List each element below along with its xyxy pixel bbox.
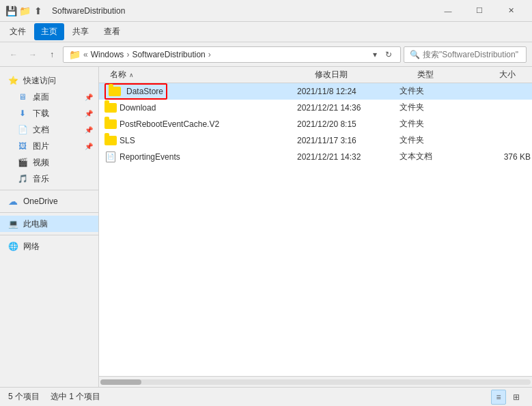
col-header-name[interactable]: 名称 ∧ (104, 68, 309, 82)
folder-icon-title[interactable]: 📁 (19, 5, 30, 16)
file-type-datastore: 文件夹 (400, 85, 481, 97)
folder-icon-postreboot (104, 118, 117, 130)
music-label: 音乐 (33, 173, 93, 185)
pin-icon-documents: 📌 (85, 126, 93, 134)
pictures-label: 图片 (33, 141, 81, 152)
col-header-type[interactable]: 类型 (412, 68, 494, 82)
save-icon[interactable]: 💾 (5, 5, 16, 16)
videos-label: 视频 (33, 157, 93, 169)
forward-button[interactable]: → (25, 46, 41, 63)
folder-icon-download (104, 102, 117, 114)
content-area: 名称 ∧ 修改日期 类型 大小 (99, 67, 532, 387)
view-large-icons-button[interactable]: ⊞ (509, 390, 524, 405)
sidebar-separator2 (0, 212, 98, 213)
address-dropdown-button[interactable]: ▾ (370, 50, 380, 59)
file-date-datastore: 2021/11/8 12:24 (297, 87, 400, 96)
search-icon: 🔍 (410, 50, 420, 59)
item-count: 5 个项目 (8, 391, 40, 403)
minimize-button[interactable]: — (432, 0, 464, 22)
address-refresh-button[interactable]: ↻ (382, 50, 395, 59)
title-bar-icons: 💾 📁 ⬆ (5, 5, 44, 16)
selected-count: 选中 1 个项目 (51, 391, 100, 403)
breadcrumb-sep3: › (208, 50, 211, 59)
up-button[interactable]: ↑ (44, 46, 60, 63)
horizontal-scrollbar[interactable] (99, 376, 532, 387)
folder-icon-sls (104, 134, 117, 147)
sidebar-item-download[interactable]: ⬇ 下载 📌 (0, 105, 98, 121)
title-bar: 💾 📁 ⬆ SoftwareDistribution — ☐ ✕ (0, 0, 532, 22)
close-button[interactable]: ✕ (495, 0, 527, 22)
sidebar-item-pictures[interactable]: 🖼 图片 📌 (0, 138, 98, 154)
pin-icon-download: 📌 (85, 110, 93, 117)
address-bar[interactable]: 📁 « Windows › SoftwareDistribution › ▾ ↻ (63, 46, 401, 63)
file-row-sls[interactable]: SLS 2021/11/17 3:16 文件夹 (99, 132, 532, 149)
documents-icon: 📄 (16, 124, 29, 136)
menu-share[interactable]: 共享 (66, 23, 96, 40)
hscroll-thumb[interactable] (100, 379, 141, 385)
quick-access-label: 快速访问 (23, 75, 93, 87)
sidebar-separator3 (0, 235, 98, 235)
file-name-datastore: DataStore (104, 83, 297, 100)
menu-file[interactable]: 文件 (3, 23, 33, 40)
up-icon-title[interactable]: ⬆ (33, 5, 44, 16)
breadcrumb-windows[interactable]: Windows (91, 50, 124, 59)
file-row-postreboot[interactable]: PostRebootEventCache.V2 2021/12/20 8:15 … (99, 116, 532, 132)
file-date-sls: 2021/11/17 3:16 (297, 136, 400, 145)
thispc-section: 💻 此电脑 (0, 216, 98, 232)
view-controls: ≡ ⊞ (491, 390, 524, 405)
sidebar-item-thispc[interactable]: 💻 此电脑 (0, 216, 98, 232)
col-header-date[interactable]: 修改日期 (309, 68, 412, 82)
pc-icon: 💻 (7, 218, 19, 230)
file-name-sls: SLS (104, 134, 297, 147)
file-size-reportingevents: 376 KB (481, 152, 532, 162)
pictures-icon: 🖼 (16, 140, 29, 152)
file-date-download: 2021/12/21 14:36 (297, 103, 400, 113)
file-type-download: 文件夹 (400, 102, 481, 113)
network-section: 🌐 网络 (0, 238, 98, 255)
search-input[interactable] (423, 50, 525, 59)
menu-view[interactable]: 查看 (97, 23, 127, 40)
onedrive-section: ☁ OneDrive (0, 193, 98, 209)
file-list: DataStore 2021/11/8 12:24 文件夹 Download 2… (99, 83, 532, 376)
column-headers: 名称 ∧ 修改日期 类型 大小 (99, 67, 532, 83)
sidebar-separator1 (0, 190, 98, 190)
network-label: 网络 (23, 241, 93, 252)
breadcrumb: « Windows › SoftwareDistribution › (83, 50, 367, 59)
file-name-reportingevents: 📄 ReportingEvents (104, 151, 297, 163)
sidebar-item-quick-access[interactable]: ⭐ 快速访问 (0, 72, 98, 89)
music-icon: 🎵 (16, 173, 29, 185)
pin-icon-desktop: 📌 (85, 93, 93, 101)
file-name-postreboot: PostRebootEventCache.V2 (104, 118, 297, 130)
sidebar-item-music[interactable]: 🎵 音乐 (0, 171, 98, 187)
view-details-button[interactable]: ≡ (491, 390, 506, 405)
menu-home[interactable]: 主页 (34, 23, 64, 40)
pin-icon-pictures: 📌 (85, 143, 93, 150)
menu-bar: 文件 主页 共享 查看 (0, 22, 532, 42)
onedrive-label: OneDrive (23, 197, 93, 206)
main-area: ⭐ 快速访问 🖥 桌面 📌 ⬇ 下载 📌 📄 文档 📌 🖼 图片 � (0, 67, 532, 387)
folder-icon-datastore (109, 85, 121, 98)
file-type-sls: 文件夹 (400, 134, 481, 146)
file-row-reportingevents[interactable]: 📄 ReportingEvents 2021/12/21 14:32 文本文档 … (99, 149, 532, 165)
file-row-datastore[interactable]: DataStore 2021/11/8 12:24 文件夹 (99, 83, 532, 100)
datastore-redbox: DataStore (104, 83, 167, 100)
sidebar: ⭐ 快速访问 🖥 桌面 📌 ⬇ 下载 📌 📄 文档 📌 🖼 图片 � (0, 67, 99, 387)
sidebar-item-onedrive[interactable]: ☁ OneDrive (0, 193, 98, 209)
sidebar-item-desktop[interactable]: 🖥 桌面 📌 (0, 89, 98, 105)
file-date-postreboot: 2021/12/20 8:15 (297, 119, 400, 129)
download-label: 下载 (33, 108, 81, 119)
status-bar: 5 个项目 选中 1 个项目 ≡ ⊞ (0, 387, 532, 406)
maximize-button[interactable]: ☐ (464, 0, 495, 22)
breadcrumb-softwaredist[interactable]: SoftwareDistribution (132, 50, 205, 59)
sidebar-item-videos[interactable]: 🎬 视频 (0, 154, 98, 171)
sidebar-item-documents[interactable]: 📄 文档 📌 (0, 121, 98, 138)
breadcrumb-sep1: « (83, 50, 88, 59)
doc-icon-reportingevents: 📄 (104, 151, 117, 163)
col-header-size[interactable]: 大小 (494, 68, 532, 82)
sort-arrow: ∧ (129, 72, 134, 78)
search-bar[interactable]: 🔍 (404, 46, 527, 63)
back-button[interactable]: ← (5, 46, 22, 63)
file-row-download[interactable]: Download 2021/12/21 14:36 文件夹 (99, 100, 532, 116)
sidebar-item-network[interactable]: 🌐 网络 (0, 238, 98, 255)
star-icon: ⭐ (7, 74, 19, 87)
